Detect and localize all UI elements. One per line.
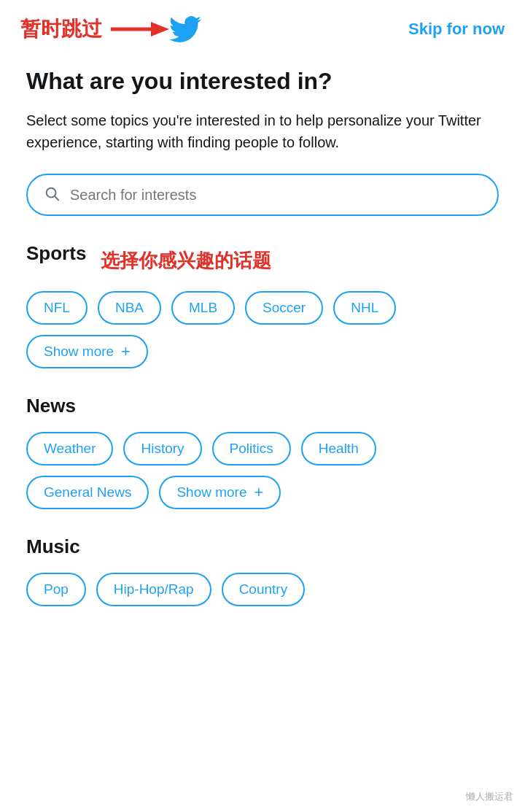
header-left: 暂时跳过 — [20, 13, 201, 45]
tag-health[interactable]: Health — [301, 432, 376, 465]
tag-country[interactable]: Country — [222, 573, 306, 606]
svg-line-3 — [55, 197, 58, 201]
news-show-more-label: Show more — [176, 484, 246, 500]
tag-pop[interactable]: Pop — [26, 573, 86, 606]
sports-show-more-button[interactable]: Show more + — [26, 335, 148, 368]
sports-tags-row: NFL NBA MLB Soccer NHL — [26, 291, 499, 325]
tag-history[interactable]: History — [123, 432, 201, 465]
tag-weather[interactable]: Weather — [26, 432, 113, 465]
tag-nfl[interactable]: NFL — [26, 291, 88, 325]
sports-annotation-row: Sports 选择你感兴趣的话题 — [26, 242, 499, 279]
news-tags-row: Weather History Politics Health — [26, 432, 499, 465]
tag-nba[interactable]: NBA — [98, 291, 161, 325]
search-bar[interactable] — [26, 174, 499, 216]
chinese-annotation: 选择你感兴趣的话题 — [101, 248, 271, 274]
svg-marker-1 — [151, 22, 169, 36]
tag-general-news[interactable]: General News — [26, 476, 149, 509]
tag-hiphop-rap[interactable]: Hip-Hop/Rap — [96, 573, 211, 606]
chinese-skip-label: 暂时跳过 — [20, 15, 102, 43]
search-input[interactable] — [70, 187, 481, 204]
news-show-more-button[interactable]: Show more + — [159, 476, 281, 509]
plus-icon: + — [121, 344, 131, 360]
search-icon — [44, 185, 60, 204]
show-more-label: Show more — [44, 344, 114, 360]
page-description: Select some topics you're interested in … — [26, 109, 499, 153]
sports-section-title: Sports — [26, 242, 86, 265]
tag-mlb[interactable]: MLB — [171, 291, 235, 325]
section-music: Music Pop Hip-Hop/Rap Country — [26, 535, 499, 606]
news-section-title: News — [26, 395, 499, 417]
tag-soccer[interactable]: Soccer — [245, 291, 323, 325]
news-second-tags-row: General News Show more + — [26, 476, 499, 509]
news-plus-icon: + — [254, 484, 264, 500]
music-tags-row: Pop Hip-Hop/Rap Country — [26, 573, 499, 606]
main-content: What are you interested in? Select some … — [0, 53, 525, 654]
twitter-bird-icon — [169, 13, 201, 45]
watermark: 懒人搬运君 — [466, 790, 513, 803]
tag-nhl[interactable]: NHL — [333, 291, 396, 325]
tag-politics[interactable]: Politics — [212, 432, 291, 465]
skip-for-now-link[interactable]: Skip for now — [408, 20, 505, 39]
header: 暂时跳过 Skip for now — [0, 0, 525, 53]
arrow-bird-group — [111, 13, 201, 45]
page-title: What are you interested in? — [26, 67, 499, 95]
sports-show-more-row: Show more + — [26, 335, 499, 368]
red-arrow-icon — [111, 16, 169, 42]
section-sports: Sports 选择你感兴趣的话题 NFL NBA MLB Soccer NHL … — [26, 242, 499, 368]
section-news: News Weather History Politics Health Gen… — [26, 395, 499, 509]
music-section-title: Music — [26, 535, 499, 558]
